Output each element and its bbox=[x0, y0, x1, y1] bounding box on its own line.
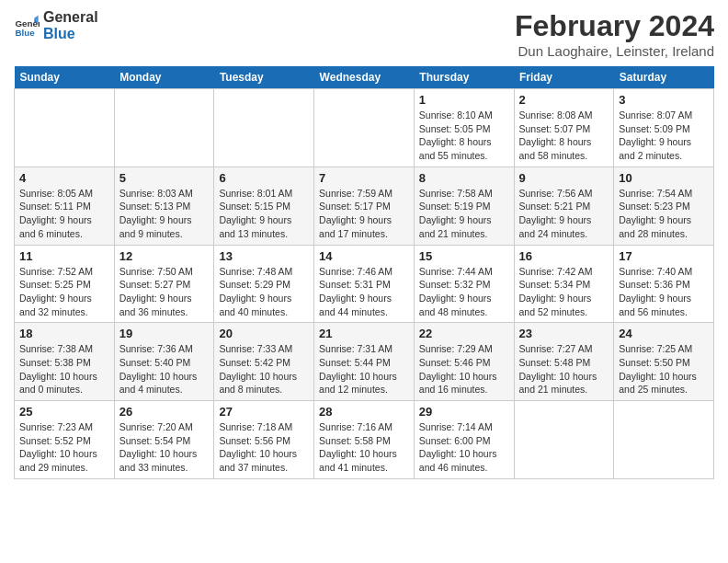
week-row-4: 18Sunrise: 7:38 AMSunset: 5:38 PMDayligh… bbox=[15, 323, 714, 401]
day-number: 2 bbox=[519, 93, 609, 107]
day-number: 25 bbox=[19, 405, 109, 419]
day-info: Sunrise: 7:44 AMSunset: 5:32 PMDaylight:… bbox=[419, 265, 509, 319]
logo-icon: General Blue bbox=[14, 13, 40, 39]
day-cell bbox=[214, 89, 314, 167]
day-cell: 20Sunrise: 7:33 AMSunset: 5:42 PMDayligh… bbox=[214, 323, 314, 401]
day-info: Sunrise: 7:18 AMSunset: 5:56 PMDaylight:… bbox=[219, 420, 309, 475]
day-number: 21 bbox=[319, 327, 409, 340]
day-cell: 4Sunrise: 8:05 AMSunset: 5:11 PMDaylight… bbox=[15, 167, 115, 245]
day-info: Sunrise: 7:56 AMSunset: 5:21 PMDaylight:… bbox=[519, 187, 609, 241]
day-info: Sunrise: 7:27 AMSunset: 5:48 PMDaylight:… bbox=[519, 342, 609, 396]
day-cell bbox=[314, 89, 415, 167]
logo-blue: Blue bbox=[43, 26, 98, 42]
calendar-table: SundayMondayTuesdayWednesdayThursdayFrid… bbox=[14, 66, 714, 479]
day-info: Sunrise: 7:40 AMSunset: 5:36 PMDaylight:… bbox=[619, 265, 709, 319]
day-cell: 16Sunrise: 7:42 AMSunset: 5:34 PMDayligh… bbox=[514, 245, 614, 323]
week-row-5: 25Sunrise: 7:23 AMSunset: 5:52 PMDayligh… bbox=[15, 401, 714, 479]
day-cell bbox=[114, 89, 214, 167]
logo-general: General bbox=[43, 9, 98, 26]
header: General Blue General Blue February 2024 … bbox=[14, 9, 714, 59]
day-number: 5 bbox=[119, 171, 210, 185]
day-cell: 7Sunrise: 7:59 AMSunset: 5:17 PMDaylight… bbox=[314, 167, 415, 245]
week-row-3: 11Sunrise: 7:52 AMSunset: 5:25 PMDayligh… bbox=[15, 245, 714, 323]
day-cell: 10Sunrise: 7:54 AMSunset: 5:23 PMDayligh… bbox=[614, 167, 714, 245]
col-header-saturday: Saturday bbox=[614, 66, 714, 89]
svg-text:Blue: Blue bbox=[15, 28, 35, 38]
day-cell: 12Sunrise: 7:50 AMSunset: 5:27 PMDayligh… bbox=[114, 245, 214, 323]
day-cell: 3Sunrise: 8:07 AMSunset: 5:09 PMDaylight… bbox=[614, 89, 714, 167]
day-number: 11 bbox=[19, 249, 109, 263]
day-number: 4 bbox=[19, 171, 109, 185]
day-info: Sunrise: 7:48 AMSunset: 5:29 PMDaylight:… bbox=[219, 265, 309, 319]
calendar-header-row: SundayMondayTuesdayWednesdayThursdayFrid… bbox=[15, 66, 714, 89]
day-cell: 11Sunrise: 7:52 AMSunset: 5:25 PMDayligh… bbox=[15, 245, 115, 323]
day-cell: 8Sunrise: 7:58 AMSunset: 5:19 PMDaylight… bbox=[414, 167, 514, 245]
day-cell: 24Sunrise: 7:25 AMSunset: 5:50 PMDayligh… bbox=[614, 323, 714, 401]
day-cell: 15Sunrise: 7:44 AMSunset: 5:32 PMDayligh… bbox=[414, 245, 514, 323]
col-header-sunday: Sunday bbox=[15, 66, 115, 89]
day-number: 17 bbox=[619, 249, 709, 263]
day-info: Sunrise: 8:01 AMSunset: 5:15 PMDaylight:… bbox=[219, 187, 309, 241]
day-info: Sunrise: 7:50 AMSunset: 5:27 PMDaylight:… bbox=[119, 265, 210, 319]
day-number: 14 bbox=[319, 249, 409, 263]
day-info: Sunrise: 7:58 AMSunset: 5:19 PMDaylight:… bbox=[419, 187, 509, 241]
day-number: 19 bbox=[119, 327, 210, 340]
day-cell: 29Sunrise: 7:14 AMSunset: 6:00 PMDayligh… bbox=[414, 401, 514, 479]
day-number: 8 bbox=[419, 171, 509, 185]
col-header-thursday: Thursday bbox=[414, 66, 514, 89]
day-number: 29 bbox=[419, 405, 509, 419]
day-info: Sunrise: 7:33 AMSunset: 5:42 PMDaylight:… bbox=[219, 342, 309, 396]
day-cell: 25Sunrise: 7:23 AMSunset: 5:52 PMDayligh… bbox=[15, 401, 115, 479]
day-number: 10 bbox=[619, 171, 709, 185]
title-area: February 2024 Dun Laoghaire, Leinster, I… bbox=[515, 9, 714, 59]
day-info: Sunrise: 7:29 AMSunset: 5:46 PMDaylight:… bbox=[419, 342, 509, 396]
day-number: 13 bbox=[219, 249, 309, 263]
day-info: Sunrise: 7:23 AMSunset: 5:52 PMDaylight:… bbox=[19, 420, 109, 475]
day-cell: 23Sunrise: 7:27 AMSunset: 5:48 PMDayligh… bbox=[514, 323, 614, 401]
day-number: 9 bbox=[519, 171, 609, 185]
day-info: Sunrise: 7:59 AMSunset: 5:17 PMDaylight:… bbox=[319, 187, 409, 241]
day-cell: 17Sunrise: 7:40 AMSunset: 5:36 PMDayligh… bbox=[614, 245, 714, 323]
main-title: February 2024 bbox=[515, 9, 714, 43]
day-cell bbox=[15, 89, 115, 167]
day-cell: 26Sunrise: 7:20 AMSunset: 5:54 PMDayligh… bbox=[114, 401, 214, 479]
day-cell: 2Sunrise: 8:08 AMSunset: 5:07 PMDaylight… bbox=[514, 89, 614, 167]
day-cell: 9Sunrise: 7:56 AMSunset: 5:21 PMDaylight… bbox=[514, 167, 614, 245]
day-number: 1 bbox=[419, 93, 509, 107]
day-cell: 6Sunrise: 8:01 AMSunset: 5:15 PMDaylight… bbox=[214, 167, 314, 245]
day-info: Sunrise: 7:16 AMSunset: 5:58 PMDaylight:… bbox=[319, 420, 409, 475]
day-info: Sunrise: 8:07 AMSunset: 5:09 PMDaylight:… bbox=[619, 109, 709, 163]
day-cell bbox=[614, 401, 714, 479]
day-cell: 22Sunrise: 7:29 AMSunset: 5:46 PMDayligh… bbox=[414, 323, 514, 401]
day-number: 24 bbox=[619, 327, 709, 340]
day-number: 7 bbox=[319, 171, 409, 185]
day-number: 6 bbox=[219, 171, 309, 185]
day-number: 18 bbox=[19, 327, 109, 340]
day-info: Sunrise: 7:38 AMSunset: 5:38 PMDaylight:… bbox=[19, 342, 109, 396]
day-cell: 21Sunrise: 7:31 AMSunset: 5:44 PMDayligh… bbox=[314, 323, 415, 401]
col-header-wednesday: Wednesday bbox=[314, 66, 415, 89]
day-cell: 19Sunrise: 7:36 AMSunset: 5:40 PMDayligh… bbox=[114, 323, 214, 401]
day-info: Sunrise: 7:46 AMSunset: 5:31 PMDaylight:… bbox=[319, 265, 409, 319]
day-cell: 27Sunrise: 7:18 AMSunset: 5:56 PMDayligh… bbox=[214, 401, 314, 479]
day-number: 28 bbox=[319, 405, 409, 419]
day-number: 16 bbox=[519, 249, 609, 263]
day-cell: 18Sunrise: 7:38 AMSunset: 5:38 PMDayligh… bbox=[15, 323, 115, 401]
week-row-1: 1Sunrise: 8:10 AMSunset: 5:05 PMDaylight… bbox=[15, 89, 714, 167]
day-cell: 28Sunrise: 7:16 AMSunset: 5:58 PMDayligh… bbox=[314, 401, 415, 479]
day-info: Sunrise: 7:42 AMSunset: 5:34 PMDaylight:… bbox=[519, 265, 609, 319]
day-cell: 1Sunrise: 8:10 AMSunset: 5:05 PMDaylight… bbox=[414, 89, 514, 167]
logo: General Blue General Blue bbox=[14, 9, 98, 41]
day-info: Sunrise: 7:52 AMSunset: 5:25 PMDaylight:… bbox=[19, 265, 109, 319]
day-info: Sunrise: 7:14 AMSunset: 6:00 PMDaylight:… bbox=[419, 420, 509, 475]
week-row-2: 4Sunrise: 8:05 AMSunset: 5:11 PMDaylight… bbox=[15, 167, 714, 245]
day-info: Sunrise: 7:36 AMSunset: 5:40 PMDaylight:… bbox=[119, 342, 210, 396]
day-number: 22 bbox=[419, 327, 509, 340]
day-number: 12 bbox=[119, 249, 210, 263]
col-header-friday: Friday bbox=[514, 66, 614, 89]
day-cell: 14Sunrise: 7:46 AMSunset: 5:31 PMDayligh… bbox=[314, 245, 415, 323]
col-header-monday: Monday bbox=[114, 66, 214, 89]
day-info: Sunrise: 7:31 AMSunset: 5:44 PMDaylight:… bbox=[319, 342, 409, 396]
day-info: Sunrise: 7:20 AMSunset: 5:54 PMDaylight:… bbox=[119, 420, 210, 475]
day-number: 26 bbox=[119, 405, 210, 419]
